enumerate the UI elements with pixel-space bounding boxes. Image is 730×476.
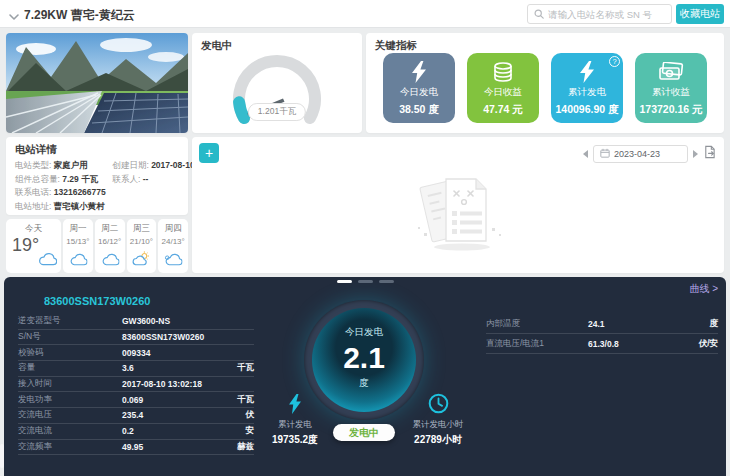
station-photo bbox=[6, 33, 188, 133]
table-row: 校验码009334 bbox=[18, 345, 254, 361]
cloud-icon bbox=[68, 252, 87, 270]
table-row: 容量3.6千瓦 bbox=[18, 361, 254, 377]
table-row: 直流电压/电流161.3/0.8伏/安 bbox=[486, 334, 718, 354]
kpi-today-income[interactable]: 今日收益 47.74 元 bbox=[467, 53, 539, 123]
help-badge[interactable]: ? bbox=[609, 56, 620, 67]
prev-day-arrow-icon[interactable] bbox=[583, 150, 588, 158]
gauge-value: 2.1 bbox=[312, 341, 416, 375]
gauge-title: 今日发电 bbox=[312, 326, 416, 339]
table-row: 交流电流0.2安 bbox=[18, 424, 254, 440]
inverter-details-table: 逆变器型号GW3600-NS S/N号83600SSN173W0260 校验码0… bbox=[18, 314, 254, 455]
export-report-icon[interactable] bbox=[703, 145, 716, 163]
carousel-dash-active[interactable] bbox=[337, 280, 352, 283]
inverter-readings-table: 内部温度24.1度 直流电压/电流161.3/0.8伏/安 bbox=[486, 314, 718, 354]
cloud-icon bbox=[164, 252, 183, 270]
lightning-icon bbox=[288, 394, 302, 418]
weather-monday: 周一 15/13° bbox=[63, 219, 93, 273]
table-row: 接入时间2017-08-10 13:02:18 bbox=[18, 377, 254, 393]
page-scrollbar-thumb[interactable] bbox=[0, 444, 4, 468]
search-icon bbox=[534, 5, 544, 23]
station-details-body: 电站类型: 家庭户用 创建日期: 2017-08-10 组件总容量: 7.29 … bbox=[15, 159, 186, 213]
total-hours-stat: 累计发电小时 22789小时 bbox=[396, 419, 480, 447]
sun-cloud-icon bbox=[131, 251, 151, 270]
solar-farm-photo bbox=[6, 33, 188, 133]
table-row: 交流电压235.4伏 bbox=[18, 408, 254, 424]
key-indicators-title: 关键指标 bbox=[375, 39, 417, 53]
today-generation-gauge: 今日发电 2.1 度 bbox=[304, 300, 424, 420]
kpi-today-generation[interactable]: 今日发电 38.50 度 bbox=[383, 53, 455, 123]
weather-strip: 今天 19° 周一 15/13° 周二 16/12° 周三 21/10° bbox=[6, 219, 188, 273]
station-details-title: 电站详情 bbox=[15, 143, 57, 157]
table-row: 发电功率0.069千瓦 bbox=[18, 392, 254, 408]
coins-icon bbox=[467, 59, 539, 85]
carousel-dash[interactable] bbox=[358, 280, 373, 283]
next-day-arrow-icon[interactable] bbox=[693, 150, 698, 158]
weather-thursday: 周四 24/13° bbox=[158, 219, 188, 273]
lightning-icon bbox=[383, 59, 455, 85]
inverter-serial-title: 83600SSN173W0260 bbox=[44, 295, 150, 307]
table-row: 交流频率49.95赫兹 bbox=[18, 440, 254, 456]
carousel-indicator bbox=[337, 280, 394, 283]
collapse-chevron-icon[interactable] bbox=[8, 9, 20, 21]
date-picker[interactable]: 2023-04-23 bbox=[593, 145, 688, 163]
cash-icon bbox=[635, 59, 707, 85]
weather-today: 今天 19° bbox=[6, 219, 61, 273]
power-gauge-card: 发电中 1.201千瓦 bbox=[192, 33, 362, 133]
kpi-total-income[interactable]: 累计收益 173720.16 元 bbox=[635, 53, 707, 123]
generating-status-button[interactable]: 发电中 bbox=[333, 424, 395, 441]
no-data-illustration bbox=[388, 171, 528, 257]
date-value: 2023-04-23 bbox=[614, 149, 660, 159]
clock-icon bbox=[428, 393, 449, 418]
carousel-dash[interactable] bbox=[379, 280, 394, 283]
search-input[interactable] bbox=[548, 9, 680, 20]
table-row: S/N号83600SSN173W0260 bbox=[18, 330, 254, 346]
power-value-pill: 1.201千瓦 bbox=[248, 103, 306, 121]
table-row: 内部温度24.1度 bbox=[486, 314, 718, 334]
add-chart-button[interactable]: + bbox=[199, 143, 219, 163]
kpi-row: 今日发电 38.50 度 今日收益 47.74 元 ? 累计发电 140096.… bbox=[383, 53, 707, 123]
key-indicators-card: 关键指标 今日发电 38.50 度 今日收益 47.74 元 ? bbox=[366, 33, 724, 133]
page-title: 7.29KW 曹宅-黄纪云 bbox=[24, 7, 135, 24]
weather-wednesday: 周三 21/10° bbox=[127, 219, 157, 273]
top-header: 7.29KW 曹宅-黄纪云 收藏电站 bbox=[0, 0, 730, 28]
kpi-total-generation[interactable]: ? 累计发电 140096.90 度 bbox=[551, 53, 623, 123]
station-search[interactable] bbox=[527, 4, 672, 24]
calendar-icon bbox=[600, 148, 610, 160]
station-details-card: 电站详情 电站类型: 家庭户用 创建日期: 2017-08-10 组件总容量: … bbox=[6, 137, 188, 215]
daily-chart-panel: + 2023-04-23 bbox=[192, 137, 724, 273]
curve-link[interactable]: 曲线 > bbox=[689, 282, 718, 296]
table-row: 逆变器型号GW3600-NS bbox=[18, 314, 254, 330]
weather-tuesday: 周二 16/12° bbox=[95, 219, 125, 273]
collect-station-button[interactable]: 收藏电站 bbox=[676, 4, 724, 24]
date-navigation: 2023-04-23 bbox=[583, 145, 716, 163]
inverter-panel: 83600SSN173W0260 曲线 > 逆变器型号GW3600-NS S/N… bbox=[4, 277, 726, 476]
cloud-icon bbox=[100, 252, 119, 270]
total-generation-stat: 累计发电 19735.2度 bbox=[253, 419, 337, 447]
gauge-unit: 度 bbox=[312, 377, 416, 390]
cloud-icon bbox=[37, 251, 57, 270]
